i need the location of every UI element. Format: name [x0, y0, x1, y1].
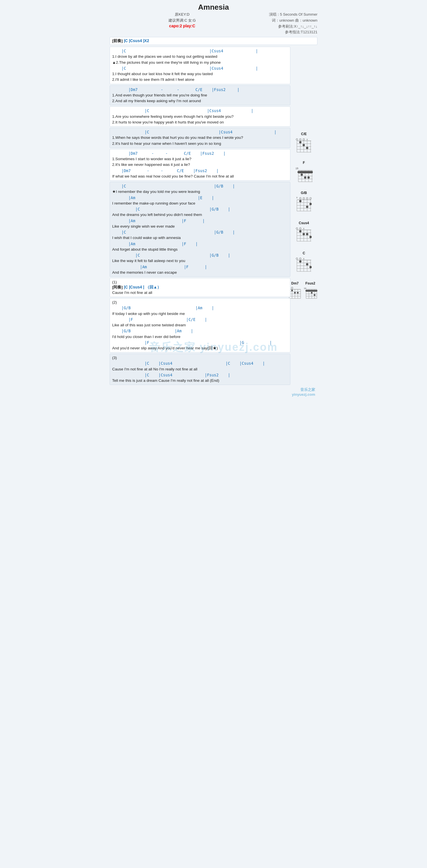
lyric-3b: 2.It hurts to know you're happy yeah it …: [112, 120, 288, 125]
chord-line-2a: |Dm7 - - C/E |Fsus2 |: [112, 87, 288, 92]
section-2: |Dm7 - - C/E |Fsus2 | 1.And even though …: [110, 85, 290, 105]
svg-point-29: [301, 174, 303, 176]
chord-label-csus4: Csus4: [290, 221, 317, 225]
svg-text:1fr: 1fr: [295, 167, 298, 170]
svg-text:x: x: [296, 196, 297, 199]
lyrics-area: |C |Csus4 | 1.I drove by all the places …: [110, 46, 290, 386]
section-6-chorus: |C |G/B | ★I remember the day you told m…: [110, 182, 290, 277]
header-left: 原KEY:D 建议男调:C 女:G capo:2 play:C: [110, 12, 255, 28]
chord-line-6c: |C |G/B |: [112, 206, 288, 212]
lyric-1b: ▲2.The pictures that you sent me they're…: [112, 60, 288, 65]
lyric-6h: And the memories I never can escape: [112, 270, 288, 275]
svg-point-15: [303, 144, 305, 146]
chord-diagram-f: F 1fr: [290, 161, 317, 187]
chord-diagram-c: C x: [290, 251, 317, 278]
svg-point-45: [306, 197, 308, 199]
svg-point-64: [306, 233, 308, 235]
chord-line-7a: |G/B |Am |: [112, 305, 288, 311]
content-area: |C |Csus4 | 1.I drove by all the places …: [110, 46, 317, 386]
svg-point-46: [310, 197, 311, 199]
svg-point-60: [296, 227, 298, 229]
capo: capo:2 play:C: [110, 24, 255, 28]
svg-point-61: [300, 227, 301, 229]
chord-svg-f: 1fr: [294, 165, 314, 187]
lyric-1a: 1.I drove by all the places we used to h…: [112, 54, 288, 59]
paren-3: (3): [112, 355, 288, 361]
lyric-3a: 1.Are you somewhere feeling lonely even …: [112, 114, 288, 120]
diagrams-area: C/E x: [290, 46, 317, 386]
lyric-5a: 1.Sometimes I start to wonder was it jus…: [112, 156, 288, 162]
section-1: |C |Csus4 | 1.I drove by all the places …: [110, 46, 290, 84]
chord-line-7c: |G/B |Am |: [112, 328, 288, 334]
header-right: 演唱：5 Seconds Of Summer 词：unknown 曲：unkno…: [255, 12, 317, 35]
intro-tag: [前奏]: [112, 39, 123, 43]
svg-point-65: [309, 236, 312, 238]
lyric-6g: Like the way it felt to fall asleep next…: [112, 258, 288, 264]
lyric-7b: Like all of this was just some twisted d…: [112, 322, 288, 328]
chord-svg-fsus2: 1fr: [303, 286, 317, 303]
chord-line-3a: |C |Csus4 |: [112, 108, 288, 114]
chord-line-6b: |Am |E |: [112, 195, 288, 200]
song-title: Amnesia: [110, 3, 317, 12]
lyric-1c: 1.I thought about our last kiss how it f…: [112, 71, 288, 77]
lyric-6e: I wish that I could wake up with amnesia: [112, 235, 288, 241]
lyricist: 词：unknown 曲：unknown: [255, 18, 317, 24]
lyric-1d: 2.I'll admit I like to see them I'll adm…: [112, 77, 288, 83]
lyric-7d: And you'd never slip away And you'd neve…: [112, 345, 288, 351]
lyric-7a: If today I woke up with you right beside…: [112, 311, 288, 317]
chord-label-f: F: [290, 161, 317, 165]
svg-point-10: [296, 138, 298, 140]
svg-text:x: x: [306, 138, 308, 141]
svg-point-94: [291, 287, 293, 289]
chord-line-6e: |C |G/B |: [112, 229, 288, 235]
chord-line-4a: |C |Csus4 |: [112, 129, 288, 135]
chord-line-1a: |C |Csus4 |: [112, 48, 288, 54]
paren-2: (2): [112, 300, 288, 305]
chord-line-6h: |Am |F |: [112, 264, 288, 270]
section-paren3: (3) |C |Csus4 |C |Csus4 | Cause I'm not …: [110, 353, 290, 385]
svg-point-96: [294, 292, 296, 293]
lyric-4a: 1.When he says those words that hurt you…: [112, 135, 288, 141]
svg-rect-109: [306, 290, 317, 291]
svg-point-66: [303, 233, 305, 235]
chord-line-6f: |Am |F |: [112, 241, 288, 247]
chord-diagram-fsus2: Fsus2 1fr: [303, 281, 317, 304]
suggested-key: 建议男调:C 女:G: [110, 18, 255, 24]
svg-point-44: [303, 197, 305, 199]
svg-point-111: [314, 294, 315, 296]
chord-label-ce: C/E: [290, 132, 317, 136]
chord-line-1b: |C |Csus4 |: [112, 65, 288, 71]
chord-line-6a: |C |G/B |: [112, 183, 288, 189]
chord-line-5a: |Dm7 - - C/E |Fsus2 |: [112, 151, 288, 156]
page: Amnesia 原KEY:D 建议男调:C 女:G capo:2 play:C …: [107, 0, 320, 403]
lyric-7c: I'd hold you closer than I ever did befo…: [112, 334, 288, 340]
chord-svg-c: x: [294, 256, 314, 277]
lyric-6a: ★I remember the day you told me you were…: [112, 189, 288, 195]
svg-point-31: [308, 176, 310, 179]
chord-diagram-ce: C/E x: [290, 132, 317, 157]
chord-diagram-gb: G/B x: [290, 191, 317, 218]
chord-diagram-csus4: Csus4 x: [290, 221, 317, 248]
svg-point-63: [299, 230, 302, 232]
svg-point-78: [300, 258, 301, 259]
fingerpicking: 参考指法:T1213121: [255, 29, 317, 35]
chord-line-6d: |Am |F |: [112, 218, 288, 224]
chord-line-5b: |Dm7 - - C/E |Fsus2 |: [112, 168, 288, 174]
svg-point-81: [306, 263, 308, 266]
lyric-2a: 1.And even though your friends tell me y…: [112, 92, 288, 98]
svg-point-14: [299, 141, 302, 144]
chord-svg-gb: x: [294, 195, 314, 217]
svg-rect-28: [297, 171, 313, 173]
interlude-tag: [间奏]: [112, 285, 123, 290]
paren-1: (1): [112, 279, 288, 285]
bottom-logo: 音乐之家yinyuezj.com: [110, 386, 317, 398]
svg-point-47: [299, 200, 302, 202]
chord-line-8b: |C |Csus4 |Fsus2 |: [112, 372, 288, 378]
chord-svg-ce: x: [294, 136, 314, 156]
chord-line-6g: |C |G/B |: [112, 252, 288, 258]
lyric-5b: 2.It's like we never happened was it jus…: [112, 162, 288, 167]
chord-svg-csus4: x: [294, 226, 314, 247]
lyric-2b: 2.And all my friends keep asking why I'm…: [112, 98, 288, 104]
lyric-6f: And forget about the stupid little thing…: [112, 247, 288, 252]
chord-row-dm7-fsus2: Dm7: [290, 281, 317, 307]
